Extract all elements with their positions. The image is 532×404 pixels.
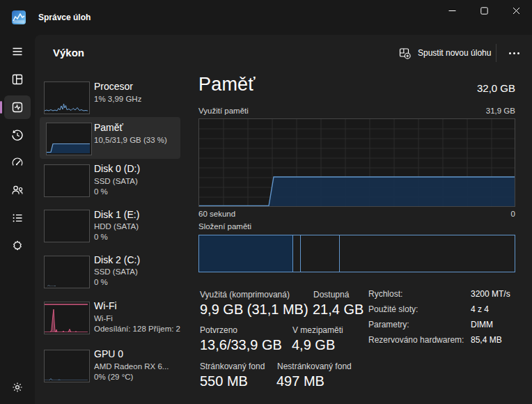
stat-label: Dostupná — [313, 290, 349, 300]
run-new-task-label: Spustit novou úlohu — [418, 48, 491, 58]
sidebar-item-app-history[interactable] — [4, 123, 31, 147]
memory-mini-graph — [46, 123, 92, 155]
stat-label: Nestránkovaný fond — [277, 362, 352, 371]
perf-item-sub: 0 % — [94, 233, 108, 241]
stat-value: 497 MB — [276, 373, 324, 389]
gpu-mini-graph — [44, 350, 90, 382]
perf-item-title: Disk 2 (C:) — [94, 254, 140, 265]
new-task-icon — [398, 47, 412, 60]
settings-gear-icon — [10, 380, 24, 394]
cpu-mini-graph — [44, 81, 90, 114]
composition-divider — [300, 235, 301, 272]
memory-composition-bar — [198, 235, 515, 272]
disk0-mini-graph — [44, 164, 90, 197]
more-ellipsis-icon — [509, 52, 511, 54]
stat-label: Stránkovaný fond — [200, 362, 265, 371]
stat-value: 9,9 GB (31,1 MB) — [200, 302, 308, 318]
timeline-zero-label: 0 — [511, 210, 515, 218]
sidebar-item-services[interactable] — [4, 234, 31, 258]
disk2-mini-graph — [44, 256, 90, 288]
hamburger-menu-button[interactable] — [4, 40, 31, 63]
detail-value: DIMM — [471, 320, 493, 329]
minimize-button[interactable] — [436, 0, 468, 21]
composition-in-use-segment — [199, 235, 293, 272]
processes-icon — [10, 72, 24, 86]
detail-value: 85,4 MB — [471, 335, 502, 345]
disk1-mini-graph — [44, 210, 90, 242]
stat-value: 550 MB — [200, 373, 248, 389]
detail-value: 3200 MT/s — [471, 289, 510, 299]
timeline-label: 60 sekund — [198, 210, 235, 218]
memory-usage-graph — [198, 118, 515, 207]
app-history-icon — [10, 128, 24, 142]
users-icon — [10, 183, 24, 197]
sidebar — [0, 35, 35, 404]
task-manager-window: Správce úloh — [0, 0, 532, 404]
details-icon — [10, 211, 24, 225]
perf-item-sub: HDD (SATA) — [94, 222, 139, 231]
sidebar-item-processes[interactable] — [4, 68, 31, 91]
perf-item-sub: Odesílání: 128 Příjem: 2 — [94, 325, 198, 333]
window-controls — [436, 0, 532, 21]
sidebar-item-performance[interactable] — [4, 95, 31, 119]
close-icon — [513, 7, 520, 15]
detail-label: Rezervováno hardwarem: — [368, 335, 464, 345]
sidebar-item-startup-apps[interactable] — [4, 150, 31, 174]
stat-value: 21,4 GB — [313, 302, 363, 318]
close-button[interactable] — [500, 0, 532, 21]
settings-button[interactable] — [4, 375, 31, 399]
maximize-icon — [480, 7, 488, 15]
perf-item-sub: 0 % — [94, 278, 108, 286]
sidebar-selected-pill — [0, 101, 2, 114]
memory-panel-title: Paměť — [198, 74, 256, 95]
content-panel: Výkon Spustit novou úlohu Procesor 1% 3,… — [35, 35, 532, 404]
detail-label: Rychlost: — [368, 289, 402, 299]
perf-item-title: Wi-Fi — [94, 300, 117, 311]
perf-item-title: GPU 0 — [94, 348, 123, 359]
detail-label: Parametry: — [368, 320, 409, 329]
perf-item-sub: SSD (SATA) — [94, 267, 138, 276]
wifi-mini-graph — [44, 302, 90, 334]
perf-item-sub: 1% 3,99 GHz — [94, 95, 141, 103]
usage-graph-max: 31,9 GB — [486, 107, 515, 115]
titlebar: Správce úloh — [0, 0, 532, 35]
usage-graph-label: Využití paměti — [198, 107, 249, 115]
perf-item-sub: 0% (29 °C) — [94, 373, 133, 381]
window-title: Správce úloh — [38, 13, 91, 22]
run-new-task-button[interactable]: Spustit novou úlohu — [391, 42, 498, 64]
sidebar-item-users[interactable] — [4, 178, 31, 202]
composition-divider — [339, 235, 340, 272]
perf-item-sub: 0 % — [94, 187, 108, 196]
maximize-button[interactable] — [468, 0, 500, 21]
composition-label: Složení paměti — [198, 222, 251, 231]
perf-item-sub: 10,5/31,9 GB (33 %) — [94, 136, 167, 144]
stat-label: Potvrzeno — [200, 325, 237, 335]
task-manager-logo — [12, 10, 26, 24]
stat-value: 13,6/33,9 GB — [200, 337, 282, 353]
perf-item-sub: Wi-Fi — [94, 314, 113, 323]
more-options-button[interactable] — [500, 42, 528, 64]
startup-apps-icon — [10, 155, 24, 169]
perf-item-sub: SSD (SATA) — [94, 177, 138, 185]
page-title: Výkon — [53, 47, 84, 59]
stat-value: 4,9 GB — [292, 337, 335, 353]
detail-label: Použité sloty: — [368, 304, 418, 314]
memory-total-capacity: 32,0 GB — [477, 82, 515, 94]
perf-item-title: Disk 1 (E:) — [94, 209, 139, 220]
sidebar-item-details[interactable] — [4, 206, 31, 230]
perf-item-title: Procesor — [94, 81, 133, 92]
perf-item-title: Paměť — [94, 122, 123, 133]
performance-icon — [10, 100, 24, 114]
minimize-icon — [448, 7, 456, 15]
stat-label: V mezipaměti — [292, 325, 343, 335]
services-icon — [10, 239, 24, 253]
stat-label: Využitá (komprimovaná) — [200, 290, 290, 300]
header-divider — [496, 44, 496, 62]
hamburger-icon — [10, 45, 24, 59]
perf-item-sub: AMD Radeon RX 6... — [94, 362, 169, 371]
perf-item-title: Disk 0 (D:) — [94, 163, 140, 174]
detail-value: 4 z 4 — [471, 304, 489, 314]
